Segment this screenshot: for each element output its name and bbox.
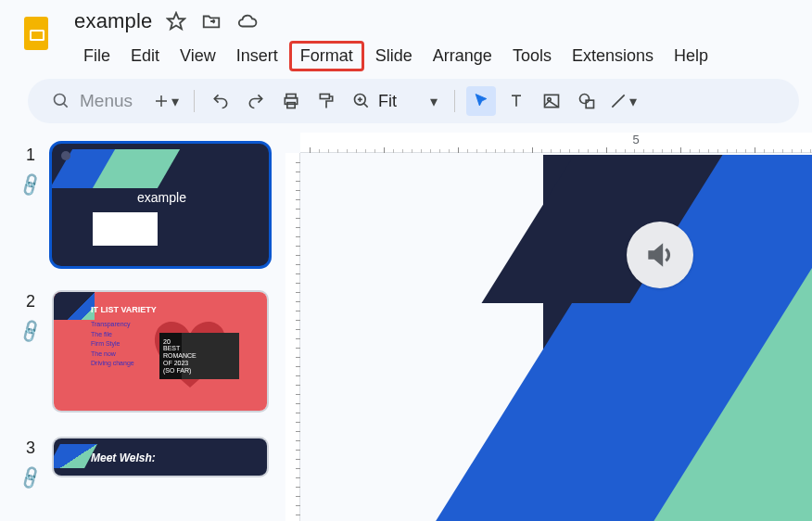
placeholder-box bbox=[93, 212, 158, 246]
title-row: example bbox=[74, 7, 801, 35]
zoom-icon bbox=[352, 92, 371, 110]
ruler-horizontal[interactable]: 5 bbox=[300, 133, 812, 153]
svg-rect-11 bbox=[320, 95, 329, 99]
move-icon[interactable] bbox=[201, 11, 222, 32]
title-icons bbox=[166, 11, 259, 32]
header-main: example File Edit View Insert Format Sli… bbox=[74, 7, 801, 71]
svg-line-22 bbox=[612, 95, 624, 107]
separator bbox=[194, 90, 195, 112]
ruler-vertical[interactable] bbox=[285, 153, 300, 521]
slide-panel: 1 🔗 example 2 🔗 IT LIST VARIETY bbox=[0, 133, 285, 521]
print-button[interactable] bbox=[276, 86, 306, 116]
cloud-icon[interactable] bbox=[236, 11, 259, 32]
canvas-slide[interactable] bbox=[302, 155, 812, 521]
svg-point-4 bbox=[55, 95, 66, 106]
list-item: The now bbox=[91, 349, 134, 360]
menus-label: Menus bbox=[80, 91, 133, 111]
menu-bar: File Edit View Insert Format Slide Arran… bbox=[74, 41, 801, 71]
slide-gutter: 1 🔗 bbox=[9, 144, 52, 195]
toolbar: Menus ▾ Fit ▾ ▾ bbox=[28, 79, 799, 123]
menu-help[interactable]: Help bbox=[665, 41, 717, 71]
pointer-tool-button[interactable] bbox=[466, 86, 496, 116]
attachment-icon: 🔗 bbox=[17, 464, 44, 491]
svg-rect-21 bbox=[586, 100, 593, 108]
slide-title-text: example bbox=[137, 190, 186, 205]
caret-down-icon: ▾ bbox=[629, 93, 637, 110]
list-item: Transparency bbox=[91, 320, 134, 330]
search-icon bbox=[52, 92, 70, 110]
menu-file[interactable]: File bbox=[74, 41, 120, 71]
svg-marker-3 bbox=[167, 13, 184, 29]
line-button[interactable]: ▾ bbox=[607, 86, 637, 116]
slide-number: 1 bbox=[26, 146, 35, 165]
svg-point-20 bbox=[580, 95, 590, 104]
header: example File Edit View Insert Format Sli… bbox=[0, 0, 812, 71]
document-title[interactable]: example bbox=[74, 9, 153, 33]
star-icon[interactable] bbox=[166, 11, 186, 32]
slide-thumb[interactable]: Meet Welsh: bbox=[52, 437, 269, 477]
body: 1 🔗 example 2 🔗 IT LIST VARIETY bbox=[0, 133, 812, 521]
zoom-label: Fit bbox=[378, 92, 397, 111]
list-item: Driving change bbox=[91, 359, 134, 369]
attachment-icon: 🔗 bbox=[17, 317, 44, 345]
decorative-corner bbox=[54, 292, 95, 320]
decorative-dot bbox=[61, 151, 70, 160]
audio-object[interactable] bbox=[627, 222, 693, 288]
image-caption: 20 BEST ROMANCE OF 2023 (SO FAR) bbox=[163, 338, 197, 374]
image-button[interactable] bbox=[537, 86, 566, 116]
slide-gutter: 2 🔗 bbox=[9, 290, 52, 341]
menus-search[interactable]: Menus bbox=[41, 85, 144, 117]
slide-thumb[interactable]: example bbox=[52, 144, 269, 266]
list-item: The file bbox=[91, 330, 134, 340]
caret-down-icon: ▾ bbox=[430, 93, 438, 110]
attachment-icon: 🔗 bbox=[17, 171, 44, 198]
caret-down-icon: ▾ bbox=[171, 93, 179, 110]
redo-button[interactable] bbox=[241, 86, 271, 116]
undo-button[interactable] bbox=[206, 86, 235, 116]
menu-format[interactable]: Format bbox=[289, 41, 364, 71]
plus-icon bbox=[153, 93, 170, 109]
zoom-control[interactable]: Fit ▾ bbox=[347, 92, 443, 111]
canvas-area: 5 bbox=[285, 133, 812, 521]
image-block: 20 BEST ROMANCE OF 2023 (SO FAR) bbox=[159, 333, 239, 379]
slide-title-text: Meet Welsh: bbox=[91, 451, 156, 464]
ruler-label: 5 bbox=[632, 133, 639, 146]
menu-slide[interactable]: Slide bbox=[366, 41, 422, 71]
slide-thumb-2[interactable]: 2 🔗 IT LIST VARIETY Transparency The fil… bbox=[0, 290, 278, 413]
menu-insert[interactable]: Insert bbox=[227, 41, 287, 71]
svg-line-13 bbox=[364, 104, 368, 108]
slide-gutter: 3 🔗 bbox=[9, 437, 52, 488]
menu-edit[interactable]: Edit bbox=[121, 41, 169, 71]
speaker-icon bbox=[642, 237, 678, 273]
new-slide-button[interactable]: ▾ bbox=[149, 93, 183, 110]
slides-logo[interactable] bbox=[17, 13, 57, 54]
toolbar-wrap: Menus ▾ Fit ▾ ▾ bbox=[0, 71, 812, 133]
slide-list: Transparency The file Firm Style The now… bbox=[91, 320, 134, 369]
slide-number: 3 bbox=[26, 438, 35, 458]
slide-thumb-1[interactable]: 1 🔗 example bbox=[0, 144, 278, 266]
slide-thumb[interactable]: IT LIST VARIETY Transparency The file Fi… bbox=[52, 290, 269, 413]
menu-view[interactable]: View bbox=[171, 41, 225, 71]
slide-number: 2 bbox=[26, 292, 35, 311]
svg-line-5 bbox=[64, 104, 68, 108]
shape-button[interactable] bbox=[572, 86, 602, 116]
menu-extensions[interactable]: Extensions bbox=[563, 41, 663, 71]
slide-thumb-3[interactable]: 3 🔗 Meet Welsh: bbox=[0, 437, 278, 488]
menu-arrange[interactable]: Arrange bbox=[424, 41, 501, 71]
separator bbox=[454, 90, 455, 112]
menu-tools[interactable]: Tools bbox=[503, 41, 561, 71]
paint-format-button[interactable] bbox=[311, 86, 341, 116]
svg-rect-2 bbox=[32, 32, 43, 39]
textbox-button[interactable] bbox=[501, 86, 531, 116]
list-item: Firm Style bbox=[91, 339, 134, 349]
